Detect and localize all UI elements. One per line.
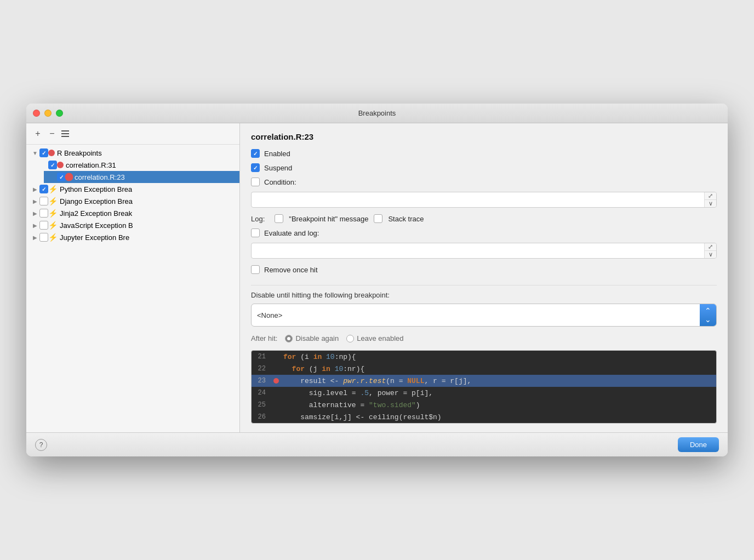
right-panel: correlation.R:23 Enabled Suspend Conditi…: [240, 123, 728, 432]
breakpoints-window: Breakpoints + − ▼: [26, 104, 728, 456]
code-section: 21 for (i in 10:np){ 22 for (j in 10:nr)…: [251, 350, 717, 424]
code-line-25: 25 alternative = "two.sided"): [252, 399, 716, 411]
code-line-26: 26 samsize[i,j] <- ceiling(result$n): [252, 411, 716, 423]
expand-arrow: ▶: [31, 235, 39, 241]
tree-checkbox-django[interactable]: [39, 197, 48, 205]
enabled-checkbox[interactable]: [251, 149, 260, 158]
tree-label-r-breakpoints: R Breakpoints: [57, 149, 102, 157]
log-label: Log:: [251, 215, 265, 223]
evaluate-log-label: Evaluate and log:: [264, 229, 319, 237]
traffic-lights: [33, 110, 63, 117]
code-line-24: 24 sig.level = .5, power = p[i],: [252, 387, 716, 399]
condition-dropdown-button[interactable]: ∨: [705, 200, 716, 207]
breakpoint-dot-23: [66, 174, 72, 180]
line-number-24: 24: [252, 389, 271, 397]
tree-toolbar: + −: [26, 123, 239, 145]
tree-checkbox-jinja2[interactable]: [39, 209, 48, 218]
suspend-row: Suspend: [251, 163, 717, 172]
tree-checkbox-javascript[interactable]: [39, 221, 48, 230]
help-button[interactable]: ?: [35, 439, 47, 451]
expand-arrow: ▶: [31, 186, 39, 192]
disable-until-dropdown-button[interactable]: ⌃⌄: [700, 304, 716, 326]
done-button[interactable]: Done: [678, 437, 719, 452]
evaluate-dropdown-button[interactable]: ∨: [705, 251, 716, 258]
tree-label-python: Python Exception Brea: [60, 185, 132, 193]
line-number-21: 21: [252, 353, 271, 361]
condition-expand-button[interactable]: ⤢: [705, 192, 716, 200]
code-line-22: 22 for (j in 10:nr){: [252, 363, 716, 375]
svg-rect-2: [61, 136, 69, 137]
tree-item-django-exception[interactable]: ▶ ⚡ Django Exception Brea: [26, 195, 239, 207]
condition-checkbox[interactable]: [251, 178, 260, 186]
log-stack-trace-checkbox[interactable]: [374, 214, 382, 223]
svg-rect-1: [61, 133, 69, 134]
remove-once-hit-row: Remove once hit: [251, 265, 717, 274]
tree-checkbox-correlation-31[interactable]: [48, 161, 57, 169]
tree-checkbox-python[interactable]: [39, 185, 48, 193]
tree-item-javascript-exception[interactable]: ▶ ⚡ JavaScript Exception B: [26, 219, 239, 231]
tree-item-jupyter-exception[interactable]: ▶ ⚡ Jupyter Exception Bre: [26, 231, 239, 243]
tree-label-correlation-23: correlation.R:23: [75, 173, 125, 181]
expand-arrow: ▼: [31, 150, 39, 156]
enabled-label: Enabled: [264, 150, 290, 158]
line-content-23: result <- pwr.r.test(n = NULL, r = r[j],: [281, 377, 716, 385]
suspend-label: Suspend: [264, 164, 292, 172]
tree-label-jinja2: Jinja2 Exception Break: [60, 209, 132, 218]
svg-rect-0: [61, 130, 69, 132]
tree-checkbox-correlation-23[interactable]: [57, 173, 66, 181]
enabled-row: Enabled: [251, 149, 717, 158]
leave-enabled-option[interactable]: Leave enabled: [346, 334, 403, 342]
left-panel: + − ▼ R Breakpoints: [26, 123, 240, 432]
tree-item-correlation-23[interactable]: correlation.R:23: [44, 171, 239, 183]
line-number-23: 23: [252, 377, 271, 385]
titlebar: Breakpoints: [26, 104, 728, 123]
tree-item-r-breakpoints[interactable]: ▼ R Breakpoints: [26, 147, 239, 159]
disable-again-radio[interactable]: [285, 335, 293, 342]
minimize-button[interactable]: [44, 110, 52, 117]
line-content-26: samsize[i,j] <- ceiling(result$n): [281, 413, 716, 421]
tree-label-django: Django Exception Brea: [60, 197, 133, 205]
remove-once-hit-checkbox[interactable]: [251, 265, 260, 274]
configure-button[interactable]: [60, 128, 72, 140]
maximize-button[interactable]: [56, 110, 63, 117]
evaluate-log-checkbox[interactable]: [251, 228, 260, 237]
lightning-icon-jupyter: ⚡: [48, 233, 58, 242]
line-content-21: for (i in 10:np){: [281, 353, 716, 361]
line-dot-23: [271, 378, 281, 384]
tree-item-correlation-31[interactable]: correlation.R:31: [35, 159, 239, 171]
log-hit-message-checkbox[interactable]: [275, 214, 283, 223]
expand-arrow: ▶: [31, 222, 39, 228]
leave-enabled-radio[interactable]: [346, 335, 354, 342]
remove-button[interactable]: −: [46, 128, 58, 140]
tree-checkbox-r-breakpoints[interactable]: [39, 148, 48, 157]
breakpoint-title: correlation.R:23: [251, 132, 717, 141]
evaluate-log-input[interactable]: [252, 243, 704, 258]
line-number-25: 25: [252, 401, 271, 409]
expand-arrow: ▶: [31, 210, 39, 216]
evaluate-expand-button[interactable]: ⤢: [705, 243, 716, 251]
line-content-22: for (j in 10:nr){: [281, 365, 716, 373]
evaluate-field-buttons: ⤢ ∨: [704, 243, 716, 258]
disable-again-option[interactable]: Disable again: [285, 334, 339, 342]
line-number-22: 22: [252, 365, 271, 373]
tree-label-javascript: JavaScript Exception B: [60, 221, 133, 230]
suspend-checkbox[interactable]: [251, 163, 260, 172]
add-button[interactable]: +: [32, 128, 44, 140]
close-button[interactable]: [33, 110, 40, 117]
condition-row: Condition:: [251, 178, 717, 186]
condition-field-row: ⤢ ∨: [251, 192, 717, 208]
tree-label-jupyter: Jupyter Exception Bre: [60, 233, 129, 242]
breakpoint-dot-31: [57, 162, 64, 168]
configure-icon: [61, 130, 71, 138]
leave-enabled-label: Leave enabled: [357, 334, 403, 342]
condition-label: Condition:: [264, 178, 296, 186]
lightning-icon-javascript: ⚡: [48, 221, 58, 230]
condition-input[interactable]: [252, 192, 704, 207]
tree-item-jinja2-exception[interactable]: ▶ ⚡ Jinja2 Exception Break: [26, 207, 239, 219]
tree-item-python-exception[interactable]: ▶ ⚡ Python Exception Brea: [26, 183, 239, 195]
svg-point-3: [273, 378, 279, 384]
log-stack-trace-label: Stack trace: [388, 215, 424, 223]
remove-once-hit-label: Remove once hit: [264, 266, 318, 274]
lightning-icon-jinja2: ⚡: [48, 209, 58, 218]
tree-checkbox-jupyter[interactable]: [39, 233, 48, 242]
